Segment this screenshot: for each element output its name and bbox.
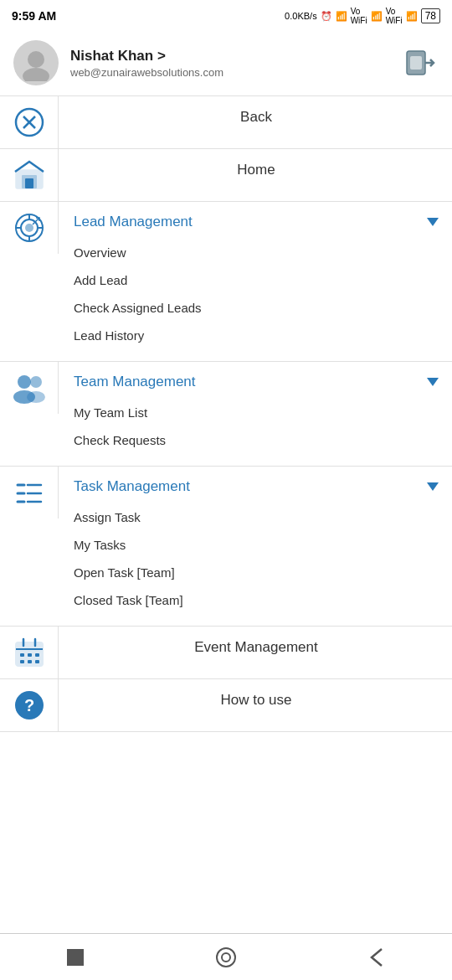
status-bar: 9:59 AM 0.0KB/s ⏰ 📶 VoWiFi 📶 VoWiFi 📶 78 (0, 0, 452, 30)
menu-item-home[interactable]: Home (0, 149, 452, 202)
menu-list: Back Home (0, 96, 452, 933)
svg-rect-37 (35, 660, 39, 663)
svg-point-18 (18, 375, 31, 389)
signal2-icon: 📶 (371, 11, 383, 22)
status-icons: 0.0KB/s ⏰ 📶 VoWiFi 📶 VoWiFi 📶 78 (285, 7, 440, 25)
team-sub-items: My Team List Check Requests (74, 399, 439, 454)
logout-button[interactable] (402, 44, 439, 81)
back-content: Back (59, 96, 452, 138)
menu-item-howto[interactable]: ? How to use (0, 679, 452, 732)
lead-history[interactable]: Lead History (74, 322, 439, 349)
nav-home-button[interactable] (209, 941, 243, 974)
svg-rect-36 (28, 660, 32, 663)
lead-sub-items: Overview Add Lead Check Assigned Leads L… (74, 239, 439, 349)
nav-stop-button[interactable] (59, 941, 92, 974)
task-chevron-icon (427, 482, 439, 491)
task-icon-col (0, 467, 59, 518)
svg-rect-40 (67, 949, 84, 966)
svg-point-41 (217, 948, 235, 967)
svg-point-0 (28, 51, 44, 68)
network-speed: 0.0KB/s (285, 11, 317, 21)
home-icon-col (0, 149, 59, 201)
signal-icon: 📶 (336, 11, 347, 22)
task-my[interactable]: My Tasks (74, 531, 439, 559)
home-label: Home (237, 161, 275, 179)
menu-item-team-management[interactable]: Team Management My Team List Check Reque… (0, 362, 452, 467)
svg-rect-34 (35, 653, 39, 657)
battery-icon: 78 (421, 8, 440, 23)
howto-label: How to use (220, 691, 291, 709)
lead-icon-col (0, 202, 59, 254)
team-management-title: Team Management (74, 374, 196, 390)
wifi-icon: 📶 (406, 11, 418, 22)
team-requests[interactable]: Check Requests (74, 426, 439, 454)
menu-item-back[interactable]: Back (0, 96, 452, 149)
lead-add[interactable]: Add Lead (74, 266, 439, 294)
nav-back-button[interactable] (360, 941, 393, 974)
task-section-header[interactable]: Task Management (74, 478, 439, 495)
alarm-icon: ⏰ (321, 11, 332, 22)
lead-section-header[interactable]: Lead Management (74, 214, 439, 230)
svg-point-21 (27, 391, 45, 403)
howto-icon-col: ? (0, 679, 59, 731)
svg-point-1 (23, 68, 49, 81)
menu-item-event[interactable]: Event Management (0, 627, 452, 679)
lead-check-assigned[interactable]: Check Assigned Leads (74, 294, 439, 322)
svg-rect-33 (28, 653, 32, 657)
vo-wifi2-icon: VoWiFi (386, 7, 403, 25)
lead-overview[interactable]: Overview (74, 239, 439, 266)
howto-content: How to use (59, 679, 452, 721)
team-icon-col (0, 362, 59, 414)
team-chevron-icon (427, 378, 439, 386)
back-label: Back (240, 108, 272, 126)
event-content: Event Management (59, 627, 452, 668)
profile-info: Nishat Khan > web@zunairawebsolutions.co… (70, 48, 402, 79)
menu-item-task-management[interactable]: Task Management Assign Task My Tasks Ope… (0, 467, 452, 627)
task-content: Task Management Assign Task My Tasks Ope… (59, 467, 452, 626)
svg-text:?: ? (23, 696, 33, 714)
svg-rect-3 (410, 56, 422, 70)
svg-rect-32 (20, 653, 24, 657)
profile-header: Nishat Khan > web@zunairawebsolutions.co… (0, 30, 452, 96)
event-icon-col (0, 627, 59, 678)
task-open-team[interactable]: Open Task [Team] (74, 559, 439, 586)
team-section-header[interactable]: Team Management (74, 374, 439, 390)
back-icon-col (0, 96, 59, 148)
profile-name[interactable]: Nishat Khan > (70, 48, 402, 64)
team-list[interactable]: My Team List (74, 399, 439, 426)
svg-point-19 (30, 376, 42, 388)
task-closed-team[interactable]: Closed Task [Team] (74, 586, 439, 614)
home-content: Home (59, 149, 452, 191)
task-assign[interactable]: Assign Task (74, 503, 439, 531)
vo-wifi-icon: VoWiFi (351, 7, 367, 25)
svg-rect-35 (20, 660, 24, 663)
event-label: Event Management (194, 638, 317, 657)
menu-item-lead-management[interactable]: Lead Management Overview Add Lead Check … (0, 202, 452, 362)
svg-point-42 (222, 953, 230, 962)
task-management-title: Task Management (74, 478, 190, 495)
svg-point-13 (25, 224, 33, 232)
lead-content: Lead Management Overview Add Lead Check … (59, 202, 452, 361)
task-sub-items: Assign Task My Tasks Open Task [Team] Cl… (74, 503, 439, 614)
profile-email: web@zunairawebsolutions.com (70, 66, 402, 79)
nav-bar (0, 933, 452, 980)
team-content: Team Management My Team List Check Reque… (59, 362, 452, 466)
lead-chevron-icon (427, 218, 439, 226)
status-time: 9:59 AM (12, 9, 56, 23)
avatar (13, 40, 59, 85)
lead-management-title: Lead Management (74, 214, 193, 230)
svg-rect-10 (25, 178, 33, 188)
